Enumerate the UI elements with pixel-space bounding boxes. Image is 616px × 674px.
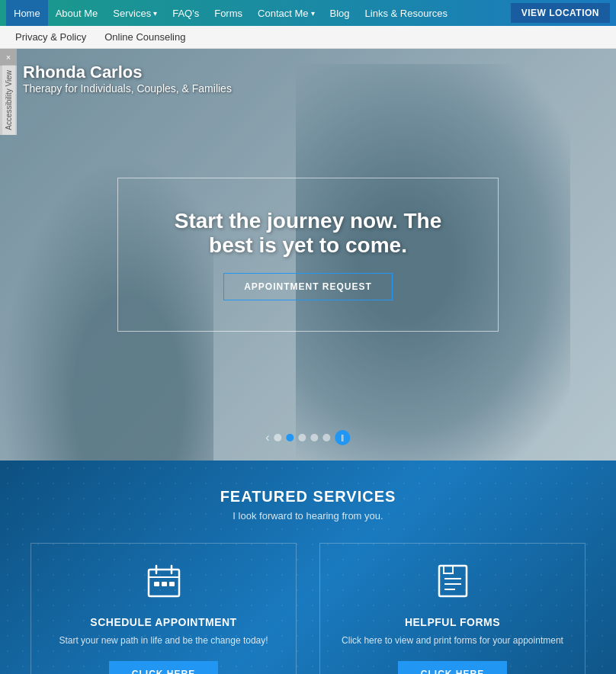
carousel-dot-2[interactable] xyxy=(287,434,294,441)
hero-brand: Rhonda Carlos Therapy for Individuals, C… xyxy=(23,63,232,95)
top-navigation: Home About Me Services ▾ FAQ's Forms Con… xyxy=(0,0,616,26)
hero-headline: Start the journey now. The best is yet t… xyxy=(164,209,452,258)
chevron-down-icon: ▾ xyxy=(311,9,315,18)
helpful-forms-button[interactable]: CLICK HERE xyxy=(398,661,507,674)
brand-tagline: Therapy for Individuals, Couples, & Fami… xyxy=(23,82,232,95)
svg-rect-8 xyxy=(444,566,453,573)
helpful-forms-desc: Click here to view and print forms for y… xyxy=(342,634,563,647)
nav-blog[interactable]: Blog xyxy=(322,0,358,26)
hero-cta-box: Start the journey now. The best is yet t… xyxy=(117,178,499,332)
carousel-dot-1[interactable] xyxy=(274,434,282,441)
carousel-controls: ‹ ‖ xyxy=(265,430,350,445)
carousel-dot-3[interactable] xyxy=(299,434,306,441)
carousel-dot-4[interactable] xyxy=(311,434,319,441)
accessibility-panel: × Accessibility View xyxy=(0,49,17,135)
svg-rect-5 xyxy=(162,582,167,586)
hero-section: Rhonda Carlos Therapy for Individuals, C… xyxy=(0,49,616,461)
schedule-appointment-desc: Start your new path in life and be the c… xyxy=(59,634,268,647)
service-card-forms: HELPFUL FORMS Click here to view and pri… xyxy=(319,543,586,674)
brand-name: Rhonda Carlos xyxy=(23,63,232,82)
carousel-dot-5[interactable] xyxy=(323,434,331,441)
nav-contact[interactable]: Contact Me ▾ xyxy=(250,0,322,26)
calendar-icon xyxy=(145,562,183,607)
featured-services-section: FEATURED SERVICES I look forward to hear… xyxy=(0,461,616,674)
featured-services-heading: FEATURED SERVICES xyxy=(30,488,586,505)
accessibility-close-button[interactable]: × xyxy=(0,49,17,66)
services-grid: SCHEDULE APPOINTMENT Start your new path… xyxy=(30,543,586,674)
view-location-button[interactable]: VIEW LOCATION xyxy=(511,3,610,23)
chevron-down-icon: ▾ xyxy=(153,9,157,18)
featured-services-subtitle: I look forward to hearing from you. xyxy=(30,510,586,522)
nav-links-resources[interactable]: Links & Resources xyxy=(358,0,455,26)
carousel-pause-button[interactable]: ‖ xyxy=(335,430,351,445)
nav-about[interactable]: About Me xyxy=(48,0,106,26)
nav-forms[interactable]: Forms xyxy=(207,0,250,26)
pause-icon: ‖ xyxy=(341,434,345,441)
nav-home[interactable]: Home xyxy=(6,0,48,26)
forms-icon xyxy=(434,562,472,607)
schedule-appointment-title: SCHEDULE APPOINTMENT xyxy=(90,616,236,628)
svg-rect-6 xyxy=(169,582,175,586)
nav-privacy-policy[interactable]: Privacy & Policy xyxy=(6,26,95,49)
nav-services[interactable]: Services ▾ xyxy=(105,0,165,26)
schedule-appointment-button[interactable]: CLICK HERE xyxy=(109,661,218,674)
appointment-request-button[interactable]: APPOINTMENT REQUEST xyxy=(223,273,393,300)
svg-rect-4 xyxy=(154,582,159,586)
accessibility-label[interactable]: Accessibility View xyxy=(2,66,15,135)
nav-faqs[interactable]: FAQ's xyxy=(165,0,207,26)
service-card-schedule: SCHEDULE APPOINTMENT Start your new path… xyxy=(30,543,297,674)
helpful-forms-title: HELPFUL FORMS xyxy=(405,616,500,628)
second-navigation: Privacy & Policy Online Counseling xyxy=(0,26,616,49)
carousel-prev-arrow[interactable]: ‹ xyxy=(265,431,269,445)
nav-online-counseling[interactable]: Online Counseling xyxy=(95,26,194,49)
